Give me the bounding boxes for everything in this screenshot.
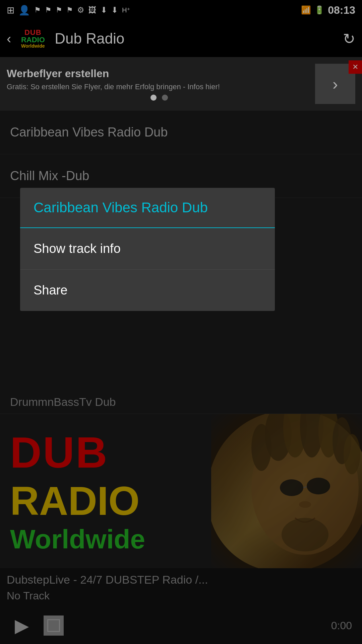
overlay[interactable] — [0, 0, 362, 644]
context-menu-item-track-info[interactable]: Show track info — [20, 228, 275, 270]
context-menu: Caribbean Vibes Radio Dub Show track inf… — [20, 188, 275, 311]
context-menu-title: Caribbean Vibes Radio Dub — [20, 188, 275, 228]
context-menu-item-share[interactable]: Share — [20, 270, 275, 311]
